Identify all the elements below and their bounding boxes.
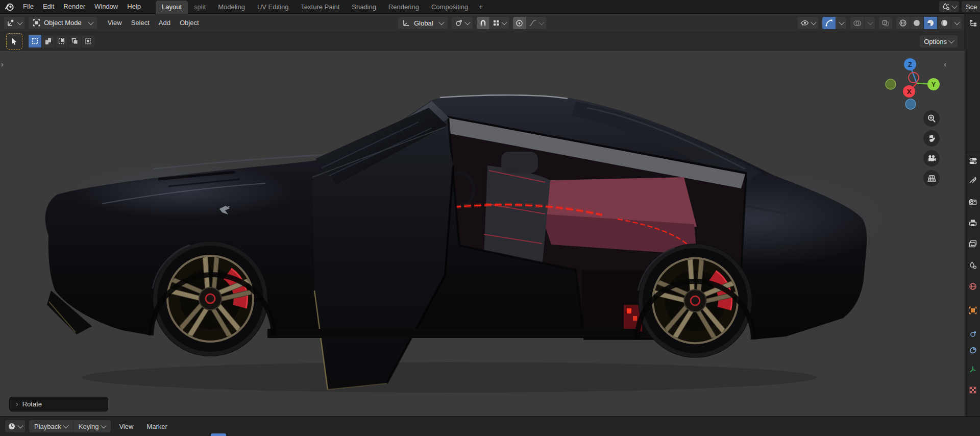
cursor-icon [11, 37, 18, 45]
object-visibility-dropdown[interactable] [798, 17, 818, 29]
properties-tab-view-layer[interactable] [968, 239, 978, 249]
menu-edit[interactable]: Edit [38, 0, 59, 13]
pivot-point-dropdown[interactable] [452, 17, 473, 29]
scene-selector-button[interactable] [939, 1, 959, 12]
chevron-down-icon [88, 19, 93, 25]
menu-timeline-view[interactable]: View [115, 420, 138, 432]
empty-axes-icon [969, 365, 977, 373]
outliner-editor-button[interactable] [968, 18, 978, 28]
editor-type-3d-viewport-button[interactable] [4, 17, 24, 29]
rendered-sphere-icon [940, 19, 948, 27]
properties-tab-output[interactable] [968, 218, 978, 228]
chevron-down-icon [951, 3, 957, 9]
properties-editor-button[interactable] [968, 156, 978, 166]
tab-shading[interactable]: Shading [346, 1, 382, 14]
menu-render[interactable]: Render [59, 0, 90, 13]
chevron-down-icon [17, 19, 22, 25]
properties-tab-world[interactable] [968, 281, 978, 292]
scene-selector: Sce [939, 0, 980, 14]
xray-toggle[interactable] [879, 17, 892, 29]
playback-dropdown[interactable]: Playback [29, 420, 74, 432]
menu-object[interactable]: Object [175, 17, 204, 29]
select-mode-subtract[interactable] [55, 35, 68, 47]
properties-tab-constraints[interactable] [968, 345, 978, 355]
scene-name-field[interactable]: Sce [962, 1, 980, 12]
editor-type-timeline-button[interactable] [5, 420, 25, 432]
show-overlays-toggle[interactable] [850, 17, 865, 29]
properties-tab-physics[interactable] [968, 329, 978, 340]
properties-tab-render[interactable] [968, 197, 978, 207]
select-mode-set[interactable] [29, 35, 42, 47]
snap-toggle[interactable] [477, 17, 490, 29]
clock-icon [8, 422, 16, 430]
properties-tab-object[interactable] [968, 305, 978, 316]
proportional-edit-toggle[interactable] [513, 17, 526, 29]
transform-orientation-dropdown[interactable]: Global [398, 17, 448, 29]
active-tool-select-box[interactable] [6, 33, 22, 50]
menu-add[interactable]: Add [154, 17, 175, 29]
operator-panel-rotate[interactable]: › Rotate [9, 397, 108, 411]
ortho-toggle-button[interactable] [923, 170, 940, 186]
keying-label: Keying [79, 423, 99, 430]
keying-dropdown[interactable]: Keying [74, 420, 111, 432]
mode-dropdown[interactable]: Object Mode [29, 17, 97, 29]
shading-solid-button[interactable] [910, 17, 924, 29]
add-workspace-button[interactable]: + [474, 1, 487, 14]
menu-window[interactable]: Window [90, 0, 122, 13]
menu-file[interactable]: File [18, 0, 38, 13]
view-axis-gizmo[interactable]: Z Y X [885, 52, 946, 118]
chevron-down-icon [63, 423, 68, 428]
magnifier-plus-icon [927, 114, 936, 123]
menu-timeline-marker[interactable]: Marker [142, 420, 172, 432]
pan-button[interactable] [923, 130, 940, 147]
tab-layout[interactable]: Layout [156, 1, 188, 14]
properties-tab-tool[interactable] [968, 175, 978, 185]
shading-material-button[interactable] [924, 17, 938, 29]
gizmo-axis-x[interactable]: X [903, 85, 915, 98]
gizmo-axis-neg-y[interactable] [886, 79, 896, 89]
3d-viewport[interactable]: › ‹ Z Y X [0, 51, 965, 416]
svg-text:X: X [907, 88, 912, 95]
select-mode-extend[interactable] [42, 35, 55, 47]
tab-modeling[interactable]: Modeling [212, 1, 251, 14]
chevron-down-icon [101, 423, 106, 428]
select-mode-intersect[interactable] [82, 35, 94, 47]
menu-select[interactable]: Select [127, 17, 154, 29]
display-cluster [798, 17, 962, 29]
snap-target-dropdown[interactable] [490, 17, 509, 29]
hand-icon [927, 134, 936, 143]
show-gizmo-toggle[interactable] [822, 17, 836, 29]
overlays-dropdown[interactable] [865, 17, 875, 29]
toolbar-expand-arrow[interactable]: › [1, 61, 4, 68]
shading-dropdown[interactable] [951, 17, 962, 29]
shading-wireframe-button[interactable] [896, 17, 910, 29]
xray-icon [881, 19, 890, 27]
tab-uv-editing[interactable]: UV Editing [251, 1, 295, 14]
tab-texture-paint[interactable]: Texture Paint [295, 1, 346, 14]
proportional-falloff-dropdown[interactable] [526, 17, 546, 29]
gizmo-axis-neg-z[interactable] [905, 99, 916, 109]
menu-help[interactable]: Help [122, 0, 145, 13]
gizmo-dropdown[interactable] [836, 17, 846, 29]
shading-rendered-button[interactable] [938, 17, 951, 29]
scene-icon [942, 3, 950, 11]
chevron-down-icon [501, 19, 507, 25]
tab-compositing[interactable]: Compositing [425, 1, 474, 14]
select-mode-invert[interactable] [68, 35, 82, 47]
blender-logo-icon[interactable] [5, 2, 14, 12]
zoom-button[interactable] [923, 110, 940, 127]
tab-rendering[interactable]: Rendering [382, 1, 425, 14]
menu-view[interactable]: View [103, 17, 127, 29]
properties-tab-scene[interactable] [968, 260, 978, 271]
tab-split[interactable]: split [188, 1, 212, 14]
gizmo-axis-y[interactable]: Y [927, 78, 940, 90]
3d-scene-car [0, 51, 965, 416]
properties-tab-texture[interactable] [968, 385, 978, 395]
camera-view-button[interactable] [923, 150, 940, 166]
timeline-playhead[interactable] [211, 433, 226, 436]
properties-tab-object-data[interactable] [968, 364, 978, 374]
options-dropdown[interactable]: Options [920, 35, 958, 47]
render-camera-icon [969, 198, 977, 206]
gizmo-axis-z[interactable]: Z [904, 58, 916, 70]
viewport-nav-buttons [923, 110, 940, 186]
